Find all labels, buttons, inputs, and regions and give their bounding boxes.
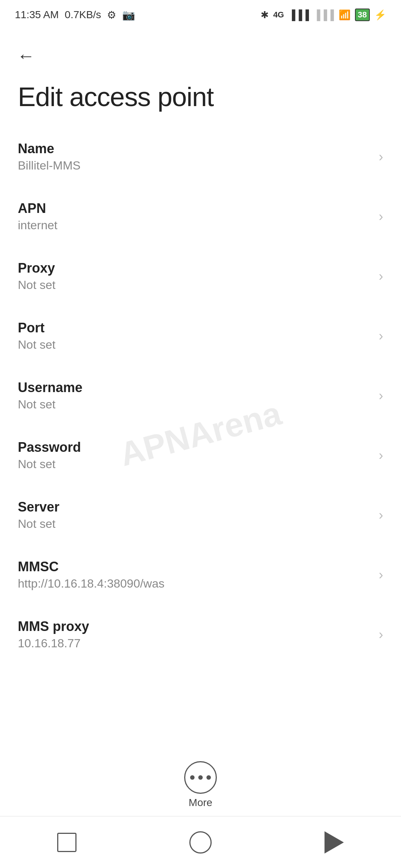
- page-title: Edit access point: [0, 74, 401, 127]
- nav-home-icon: [189, 831, 212, 854]
- settings-item-port-content: Port Not set: [18, 320, 371, 352]
- settings-item-mmsc-value: http://10.16.18.4:38090/was: [18, 577, 371, 591]
- wifi-icon: 📶: [339, 9, 351, 21]
- nav-back-icon: [325, 831, 344, 854]
- more-circle-icon: [184, 761, 217, 794]
- settings-item-name[interactable]: Name Billitel-MMS ›: [0, 127, 401, 187]
- chevron-right-icon-port: ›: [379, 328, 383, 344]
- settings-item-proxy-value: Not set: [18, 278, 371, 292]
- settings-item-proxy-content: Proxy Not set: [18, 260, 371, 292]
- signal-bars-icon: ▐▐▐: [288, 9, 309, 21]
- settings-item-mmsc-label: MMSC: [18, 559, 371, 575]
- nav-recents-button[interactable]: [48, 828, 85, 857]
- more-dot-3: [206, 775, 211, 780]
- settings-item-server[interactable]: Server Not set ›: [0, 485, 401, 545]
- more-label: More: [189, 797, 212, 809]
- nav-home-button[interactable]: [182, 828, 219, 857]
- bluetooth-icon: ✱: [261, 9, 269, 21]
- chevron-right-icon-server: ›: [379, 507, 383, 523]
- settings-item-password-value: Not set: [18, 457, 371, 471]
- chevron-right-icon-password: ›: [379, 448, 383, 463]
- more-dots-icon: [190, 775, 211, 780]
- chevron-right-icon-mmsc: ›: [379, 567, 383, 583]
- gear-icon: ⚙: [107, 9, 116, 21]
- more-dot-2: [198, 775, 203, 780]
- settings-item-apn-label: APN: [18, 201, 371, 216]
- settings-item-server-value: Not set: [18, 517, 371, 531]
- settings-item-mms-proxy-label: MMS proxy: [18, 619, 371, 634]
- settings-item-username-label: Username: [18, 380, 371, 395]
- settings-item-apn-value: internet: [18, 218, 371, 232]
- status-left: 11:35 AM 0.7KB/s ⚙ 📷: [15, 9, 135, 21]
- status-speed: 0.7KB/s: [65, 9, 101, 21]
- settings-item-username-content: Username Not set: [18, 380, 371, 411]
- chevron-right-icon-apn: ›: [379, 209, 383, 224]
- chevron-right-icon-mms-proxy: ›: [379, 627, 383, 642]
- charging-icon: ⚡: [374, 9, 386, 21]
- battery-icon: 38: [355, 9, 370, 21]
- back-area: ←: [0, 30, 401, 74]
- status-right: ✱ 4G ▐▐▐ ▐▐▐ 📶 38 ⚡: [261, 9, 386, 21]
- chevron-right-icon-username: ›: [379, 388, 383, 404]
- settings-item-name-label: Name: [18, 141, 371, 157]
- back-arrow-icon: ←: [17, 46, 35, 66]
- settings-item-proxy-label: Proxy: [18, 260, 371, 276]
- settings-item-server-content: Server Not set: [18, 499, 371, 531]
- more-dot-1: [190, 775, 195, 780]
- settings-item-mms-proxy[interactable]: MMS proxy 10.16.18.77 ›: [0, 605, 401, 664]
- nav-bar: [0, 816, 401, 868]
- chevron-right-icon-proxy: ›: [379, 269, 383, 284]
- settings-item-server-label: Server: [18, 499, 371, 515]
- settings-item-mms-proxy-value: 10.16.18.77: [18, 637, 371, 650]
- settings-item-proxy[interactable]: Proxy Not set ›: [0, 246, 401, 306]
- settings-item-mms-proxy-content: MMS proxy 10.16.18.77: [18, 619, 371, 650]
- settings-item-password-content: Password Not set: [18, 440, 371, 471]
- signal-4g-icon: 4G: [273, 10, 284, 20]
- status-bar: 11:35 AM 0.7KB/s ⚙ 📷 ✱ 4G ▐▐▐ ▐▐▐ 📶 38 ⚡: [0, 0, 401, 30]
- settings-item-password-label: Password: [18, 440, 371, 455]
- nav-recents-icon: [57, 833, 76, 852]
- settings-item-apn-content: APN internet: [18, 201, 371, 232]
- chevron-right-icon: ›: [379, 149, 383, 165]
- signal-bars2-icon: ▐▐▐: [313, 9, 334, 21]
- settings-item-port[interactable]: Port Not set ›: [0, 306, 401, 366]
- settings-item-username[interactable]: Username Not set ›: [0, 366, 401, 425]
- settings-item-apn[interactable]: APN internet ›: [0, 187, 401, 246]
- settings-item-mmsc-content: MMSC http://10.16.18.4:38090/was: [18, 559, 371, 591]
- settings-item-port-label: Port: [18, 320, 371, 336]
- settings-item-name-value: Billitel-MMS: [18, 159, 371, 172]
- settings-item-password[interactable]: Password Not set ›: [0, 425, 401, 485]
- more-button[interactable]: More: [184, 761, 217, 809]
- settings-item-port-value: Not set: [18, 338, 371, 352]
- video-icon: 📷: [122, 9, 135, 21]
- back-button[interactable]: ←: [15, 45, 37, 67]
- settings-item-mmsc[interactable]: MMSC http://10.16.18.4:38090/was ›: [0, 545, 401, 605]
- settings-item-name-content: Name Billitel-MMS: [18, 141, 371, 172]
- settings-item-username-value: Not set: [18, 398, 371, 411]
- nav-back-button[interactable]: [316, 828, 353, 857]
- status-time: 11:35 AM: [15, 9, 59, 21]
- settings-list: Name Billitel-MMS › APN internet › Proxy…: [0, 127, 401, 664]
